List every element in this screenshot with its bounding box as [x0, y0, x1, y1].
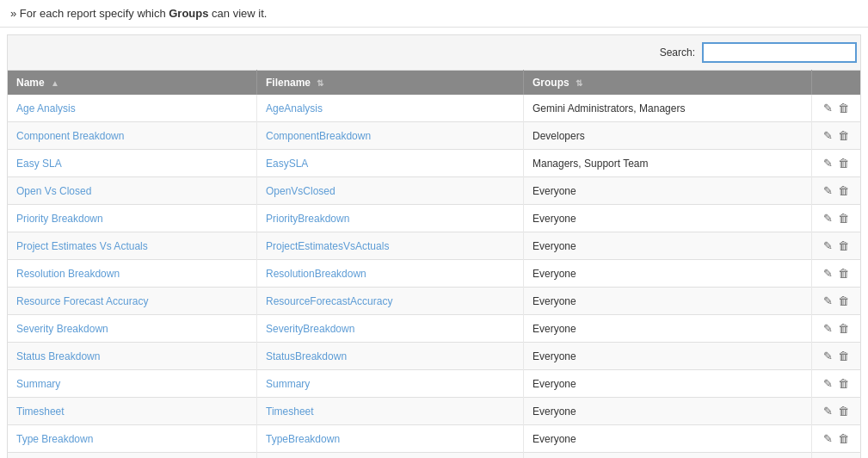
row-name[interactable]: Priority Breakdown — [8, 205, 257, 232]
row-filename[interactable]: ResourceForecastAccuracy — [257, 288, 524, 315]
row-filename[interactable]: ResolutionBreakdown — [257, 260, 524, 288]
row-filename[interactable]: Summary — [257, 370, 524, 398]
col-name-label: Name — [16, 77, 45, 89]
row-filename[interactable]: OpenVsClosed — [257, 177, 524, 205]
table-row: Type BreakdownTypeBreakdownEveryone✎🗑 — [8, 425, 861, 453]
row-filename[interactable]: PriorityBreakdown — [257, 205, 524, 232]
header-prefix: » For each report specify which — [10, 7, 169, 20]
delete-button[interactable]: 🗑 — [835, 155, 852, 171]
edit-button[interactable]: ✎ — [821, 348, 835, 364]
row-actions: ✎🗑 — [812, 370, 861, 398]
row-filename[interactable]: VersionBreakdown — [257, 453, 524, 459]
edit-button[interactable]: ✎ — [821, 155, 835, 171]
delete-button[interactable]: 🗑 — [835, 127, 852, 144]
row-actions: ✎🗑 — [812, 122, 861, 150]
row-filename[interactable]: SeverityBreakdown — [257, 315, 524, 343]
delete-button[interactable]: 🗑 — [835, 320, 852, 337]
row-name[interactable]: Status Breakdown — [8, 343, 257, 370]
sort-groups-icon: ⇅ — [576, 78, 582, 88]
table-row: Version BreakdownVersionBreakdownEveryon… — [8, 453, 861, 459]
table-row: Component BreakdownComponentBreakdownDev… — [8, 122, 861, 150]
row-name[interactable]: Easy SLA — [8, 150, 257, 177]
table-row: Resolution BreakdownResolutionBreakdownE… — [8, 260, 861, 288]
table-row: Severity BreakdownSeverityBreakdownEvery… — [8, 315, 861, 343]
edit-button[interactable]: ✎ — [821, 293, 835, 309]
row-groups: Everyone — [524, 398, 812, 425]
row-groups: Gemini Administrators, Managers — [524, 95, 812, 122]
sort-filename-icon: ⇅ — [317, 78, 323, 88]
col-groups[interactable]: Groups ⇅ — [524, 71, 812, 96]
search-input[interactable] — [702, 42, 857, 63]
col-filename-label: Filename — [266, 77, 311, 89]
edit-button[interactable]: ✎ — [821, 430, 835, 447]
row-groups: Everyone — [524, 315, 812, 343]
row-actions: ✎🗑 — [812, 398, 861, 425]
row-name[interactable]: Component Breakdown — [8, 122, 257, 150]
row-actions: ✎🗑 — [812, 150, 861, 177]
row-groups: Everyone — [524, 425, 812, 453]
row-name[interactable]: Age Analysis — [8, 95, 257, 122]
search-bar: Search: — [7, 34, 861, 70]
header-bold: Groups — [169, 7, 208, 20]
row-groups: Everyone — [524, 232, 812, 260]
header-suffix: can view it. — [208, 7, 267, 20]
row-name[interactable]: Type Breakdown — [8, 425, 257, 453]
delete-button[interactable]: 🗑 — [835, 183, 852, 199]
sort-name-icon: ▲ — [51, 78, 59, 88]
delete-button[interactable]: 🗑 — [835, 293, 852, 309]
row-groups: Everyone — [524, 343, 812, 370]
col-filename[interactable]: Filename ⇅ — [257, 71, 524, 96]
row-filename[interactable]: TypeBreakdown — [257, 425, 524, 453]
delete-button[interactable]: 🗑 — [835, 238, 852, 254]
delete-button[interactable]: 🗑 — [835, 100, 852, 116]
table-header-row: Name ▲ Filename ⇅ Groups ⇅ — [8, 71, 861, 96]
col-groups-label: Groups — [532, 77, 569, 89]
edit-button[interactable]: ✎ — [821, 320, 835, 337]
table-row: Open Vs ClosedOpenVsClosedEveryone✎🗑 — [8, 177, 861, 205]
row-actions: ✎🗑 — [812, 343, 861, 370]
delete-button[interactable]: 🗑 — [835, 375, 852, 392]
table-row: Status BreakdownStatusBreakdownEveryone✎… — [8, 343, 861, 370]
edit-button[interactable]: ✎ — [821, 238, 835, 254]
table-row: Priority BreakdownPriorityBreakdownEvery… — [8, 205, 861, 232]
edit-button[interactable]: ✎ — [821, 127, 835, 144]
edit-button[interactable]: ✎ — [821, 183, 835, 199]
row-filename[interactable]: AgeAnalysis — [257, 95, 524, 122]
row-filename[interactable]: ProjectEstimatesVsActuals — [257, 232, 524, 260]
edit-button[interactable]: ✎ — [821, 265, 835, 282]
row-actions: ✎🗑 — [812, 95, 861, 122]
delete-button[interactable]: 🗑 — [835, 403, 852, 419]
delete-button[interactable]: 🗑 — [835, 265, 852, 282]
row-filename[interactable]: StatusBreakdown — [257, 343, 524, 370]
table-row: Resource Forecast AccuracyResourceForeca… — [8, 288, 861, 315]
row-groups: Developers — [524, 122, 812, 150]
edit-button[interactable]: ✎ — [821, 210, 835, 226]
row-name[interactable]: Open Vs Closed — [8, 177, 257, 205]
row-name[interactable]: Severity Breakdown — [8, 315, 257, 343]
row-filename[interactable]: EasySLA — [257, 150, 524, 177]
row-name[interactable]: Version Breakdown — [8, 453, 257, 459]
row-name[interactable]: Timesheet — [8, 398, 257, 425]
row-groups: Everyone — [524, 260, 812, 288]
row-name[interactable]: Project Estimates Vs Actuals — [8, 232, 257, 260]
row-filename[interactable]: Timesheet — [257, 398, 524, 425]
row-groups: Everyone — [524, 177, 812, 205]
edit-button[interactable]: ✎ — [821, 100, 835, 116]
row-actions: ✎🗑 — [812, 315, 861, 343]
delete-button[interactable]: 🗑 — [835, 430, 852, 447]
row-name[interactable]: Resolution Breakdown — [8, 260, 257, 288]
delete-button[interactable]: 🗑 — [835, 210, 852, 226]
row-actions: ✎🗑 — [812, 232, 861, 260]
delete-button[interactable]: 🗑 — [835, 348, 852, 364]
edit-button[interactable]: ✎ — [821, 375, 835, 392]
row-name[interactable]: Summary — [8, 370, 257, 398]
row-actions: ✎🗑 — [812, 425, 861, 453]
table-row: TimesheetTimesheetEveryone✎🗑 — [8, 398, 861, 425]
col-name[interactable]: Name ▲ — [8, 71, 257, 96]
row-name[interactable]: Resource Forecast Accuracy — [8, 288, 257, 315]
main-container: Search: Name ▲ Filename ⇅ Groups ⇅ — [0, 28, 868, 458]
edit-button[interactable]: ✎ — [821, 403, 835, 419]
row-filename[interactable]: ComponentBreakdown — [257, 122, 524, 150]
row-actions: ✎🗑 — [812, 260, 861, 288]
col-actions — [812, 71, 861, 96]
